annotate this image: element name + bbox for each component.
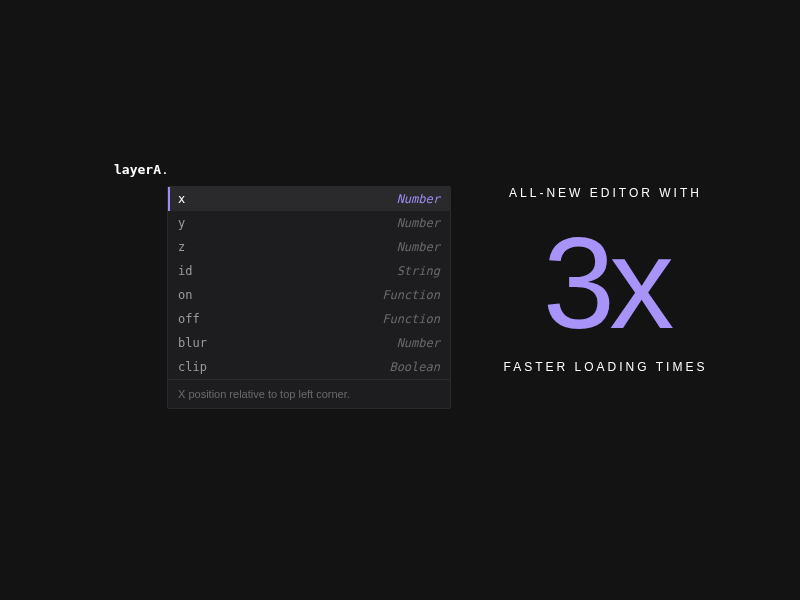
- code-object: layerA: [114, 162, 161, 177]
- autocomplete-item[interactable]: offFunction: [168, 307, 450, 331]
- autocomplete-popup: xNumberyNumberzNumberidStringonFunctiono…: [167, 186, 451, 409]
- promo-headline-bottom: FASTER LOADING TIMES: [504, 360, 708, 374]
- autocomplete-item-name: x: [178, 192, 185, 206]
- autocomplete-item-name: clip: [178, 360, 207, 374]
- autocomplete-item[interactable]: clipBoolean: [168, 355, 450, 379]
- autocomplete-item-type: Function: [382, 312, 440, 326]
- autocomplete-item[interactable]: yNumber: [168, 211, 450, 235]
- promo-headline-top: ALL-NEW EDITOR WITH: [509, 186, 702, 200]
- autocomplete-item-type: Boolean: [389, 360, 440, 374]
- autocomplete-item-type: Number: [397, 336, 440, 350]
- autocomplete-item-type: String: [397, 264, 440, 278]
- autocomplete-item-name: z: [178, 240, 185, 254]
- code-dot: .: [161, 162, 169, 177]
- autocomplete-item-type: Number: [397, 240, 440, 254]
- autocomplete-item[interactable]: zNumber: [168, 235, 450, 259]
- autocomplete-item-type: Number: [397, 192, 440, 206]
- autocomplete-item[interactable]: xNumber: [168, 187, 450, 211]
- autocomplete-item-name: blur: [178, 336, 207, 350]
- autocomplete-item-name: off: [178, 312, 200, 326]
- autocomplete-item-type: Number: [397, 216, 440, 230]
- autocomplete-item-type: Function: [382, 288, 440, 302]
- promo-panel: ALL-NEW EDITOR WITH 3x FASTER LOADING TI…: [488, 186, 723, 374]
- autocomplete-item-name: y: [178, 216, 185, 230]
- autocomplete-hint: X position relative to top left corner.: [168, 379, 450, 408]
- autocomplete-list: xNumberyNumberzNumberidStringonFunctiono…: [168, 187, 450, 379]
- autocomplete-item-name: id: [178, 264, 192, 278]
- autocomplete-item[interactable]: idString: [168, 259, 450, 283]
- autocomplete-item-name: on: [178, 288, 192, 302]
- autocomplete-item[interactable]: blurNumber: [168, 331, 450, 355]
- promo-multiplier: 3x: [543, 218, 668, 348]
- autocomplete-item[interactable]: onFunction: [168, 283, 450, 307]
- code-input[interactable]: layerA.: [114, 162, 169, 177]
